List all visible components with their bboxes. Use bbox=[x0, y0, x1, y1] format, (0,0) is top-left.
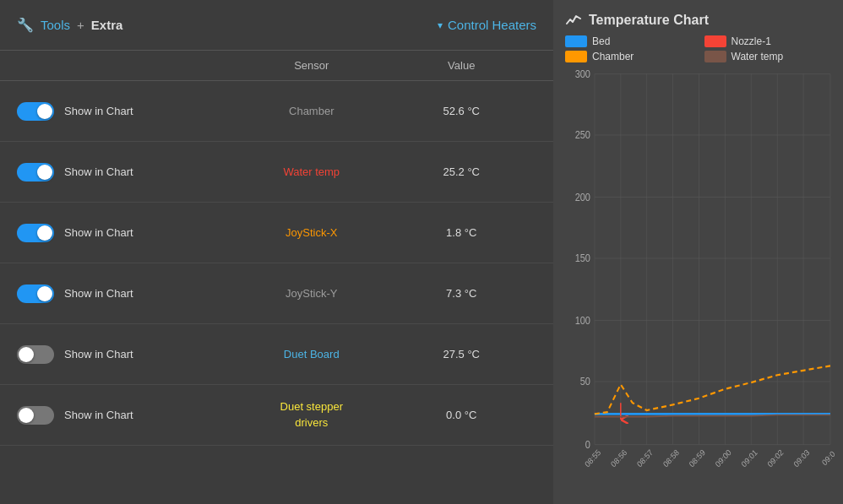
toggle-thumb bbox=[37, 104, 52, 119]
control-heaters-button[interactable]: ▾ Control Heaters bbox=[438, 18, 536, 32]
sensor-name-duet-stepper: Duet stepperdrivers bbox=[237, 399, 387, 430]
show-in-chart-label: Show in Chart bbox=[64, 226, 133, 239]
y-label-250: 250 bbox=[575, 130, 590, 141]
sensor-name-joystick-y: JoyStick-Y bbox=[237, 287, 387, 300]
x-label-0858: 08:58 bbox=[661, 447, 681, 469]
chart-title: Temperature Chart bbox=[565, 12, 835, 29]
top-bar: 🔧 Tools + Extra ▾ Control Heaters bbox=[0, 0, 553, 51]
table-row: Show in Chart Chamber 52.6 °C bbox=[0, 81, 553, 142]
toggle-thumb bbox=[37, 165, 52, 180]
legend-item-water-temp: Water temp bbox=[704, 51, 835, 62]
toggle-container: Show in Chart bbox=[17, 285, 237, 303]
value-column-header: Value bbox=[387, 59, 537, 72]
y-label-300: 300 bbox=[575, 69, 590, 79]
toggle-container: Show in Chart bbox=[17, 345, 237, 364]
legend-color-water-temp bbox=[704, 51, 726, 62]
chart-title-text: Temperature Chart bbox=[589, 13, 709, 28]
plus-separator: + bbox=[77, 18, 84, 32]
legend-item-bed: Bed bbox=[565, 35, 696, 47]
table-row: Show in Chart JoyStick-Y 7.3 °C bbox=[0, 263, 553, 324]
y-label-0: 0 bbox=[585, 440, 590, 451]
sensor-value-joystick-y: 7.3 °C bbox=[387, 287, 537, 300]
show-in-chart-toggle-duet-board[interactable] bbox=[17, 345, 54, 364]
show-in-chart-label: Show in Chart bbox=[64, 348, 133, 360]
toggle-container: Show in Chart bbox=[17, 406, 237, 425]
y-label-150: 150 bbox=[575, 253, 590, 264]
toggle-thumb bbox=[19, 408, 34, 423]
toggle-thumb bbox=[19, 347, 34, 362]
legend-color-bed bbox=[565, 35, 587, 47]
toggle-thumb bbox=[37, 286, 52, 301]
chart-legend: Bed Nozzle-1 Chamber Water temp bbox=[565, 35, 835, 62]
toggle-container: Show in Chart bbox=[17, 102, 237, 121]
toggle-container: Show in Chart bbox=[17, 163, 237, 182]
chart-icon bbox=[565, 12, 582, 29]
x-label-0903: 09:03 bbox=[791, 447, 811, 469]
show-in-chart-toggle-joystick-y[interactable] bbox=[17, 285, 54, 303]
x-label-0856: 08:56 bbox=[609, 447, 628, 469]
sensor-value-duet-stepper: 0.0 °C bbox=[387, 409, 537, 421]
sensor-name-chamber: Chamber bbox=[237, 105, 387, 117]
sensor-value-water-temp: 25.2 °C bbox=[387, 165, 537, 178]
x-label-0857: 08:57 bbox=[635, 447, 655, 469]
wrench-icon: 🔧 bbox=[17, 17, 34, 33]
table-row: Show in Chart Duet Board 27.5 °C bbox=[0, 324, 553, 385]
sensor-column-header: Sensor bbox=[237, 59, 387, 72]
toggle-thumb bbox=[37, 225, 52, 241]
y-label-200: 200 bbox=[575, 192, 590, 203]
x-label-0901: 09:01 bbox=[739, 447, 759, 469]
show-in-chart-label: Show in Chart bbox=[64, 287, 133, 300]
tools-link[interactable]: Tools bbox=[41, 18, 70, 32]
legend-label-bed: Bed bbox=[592, 35, 610, 47]
sensor-name-duet-board: Duet Board bbox=[237, 348, 387, 360]
show-in-chart-toggle-water-temp[interactable] bbox=[17, 163, 54, 182]
toggle-container: Show in Chart bbox=[17, 224, 237, 242]
sensor-value-chamber: 52.6 °C bbox=[387, 105, 537, 117]
right-panel: Temperature Chart Bed Nozzle-1 Chamber W… bbox=[553, 0, 843, 504]
legend-item-nozzle1: Nozzle-1 bbox=[704, 35, 835, 47]
show-in-chart-toggle-duet-stepper[interactable] bbox=[17, 406, 54, 425]
legend-color-nozzle1 bbox=[704, 35, 726, 47]
chart-area: 300 250 200 150 100 50 0 08:55 08:56 08:… bbox=[565, 69, 835, 496]
control-heaters-label: Control Heaters bbox=[448, 18, 536, 32]
x-label-0859: 08:59 bbox=[688, 447, 707, 469]
chevron-down-icon: ▾ bbox=[438, 19, 443, 31]
show-in-chart-toggle-chamber[interactable] bbox=[17, 102, 54, 121]
sensor-rows: Show in Chart Chamber 52.6 °C Show in Ch… bbox=[0, 81, 553, 504]
legend-label-chamber: Chamber bbox=[592, 51, 634, 62]
chart-background bbox=[595, 73, 830, 444]
sensor-name-water-temp: Water temp bbox=[237, 165, 387, 178]
sensor-value-duet-board: 27.5 °C bbox=[387, 348, 537, 360]
left-panel: 🔧 Tools + Extra ▾ Control Heaters Sensor… bbox=[0, 0, 553, 504]
show-in-chart-label: Show in Chart bbox=[64, 165, 133, 178]
x-label-0902: 09:02 bbox=[765, 447, 785, 469]
legend-item-chamber: Chamber bbox=[565, 51, 696, 62]
x-label-0855: 08:55 bbox=[583, 447, 602, 469]
y-label-100: 100 bbox=[575, 315, 590, 326]
extra-label: Extra bbox=[91, 18, 123, 32]
table-header: Sensor Value bbox=[0, 51, 553, 81]
show-in-chart-label: Show in Chart bbox=[64, 409, 133, 421]
table-row: Show in Chart Water temp 25.2 °C bbox=[0, 142, 553, 203]
breadcrumb: 🔧 Tools + Extra bbox=[17, 17, 122, 33]
legend-label-nozzle1: Nozzle-1 bbox=[732, 35, 771, 47]
table-row: Show in Chart Duet stepperdrivers 0.0 °C bbox=[0, 385, 553, 446]
legend-label-water-temp: Water temp bbox=[732, 51, 784, 62]
table-row: Show in Chart JoyStick-X 1.8 °C bbox=[0, 203, 553, 263]
sensor-name-joystick-x: JoyStick-X bbox=[237, 226, 387, 239]
show-in-chart-label: Show in Chart bbox=[64, 105, 133, 117]
show-in-chart-toggle-joystick-x[interactable] bbox=[17, 224, 54, 242]
x-label-0900: 09:00 bbox=[713, 447, 732, 469]
sensor-value-joystick-x: 1.8 °C bbox=[387, 226, 537, 239]
temperature-chart-svg: 300 250 200 150 100 50 0 08:55 08:56 08:… bbox=[565, 69, 835, 496]
y-label-50: 50 bbox=[580, 377, 590, 387]
x-label-0904: 09:0 bbox=[820, 449, 835, 468]
legend-color-chamber bbox=[565, 51, 587, 62]
